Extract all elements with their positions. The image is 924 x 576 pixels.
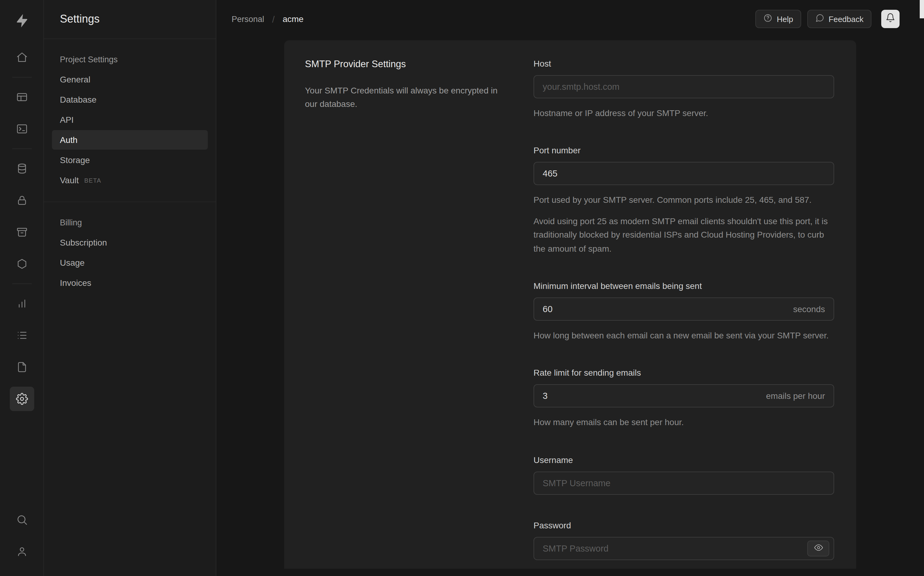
password-input[interactable] xyxy=(543,543,807,553)
logs-icon[interactable] xyxy=(10,323,34,347)
scrollbar-thumb[interactable] xyxy=(920,0,924,18)
feedback-button[interactable]: Feedback xyxy=(807,10,871,28)
rate-limit-field-group: Rate limit for sending emails emails per… xyxy=(533,368,834,429)
page-title: Settings xyxy=(60,13,99,26)
user-icon[interactable] xyxy=(10,539,34,564)
breadcrumb-org[interactable]: Personal xyxy=(232,14,264,24)
sidebar-item-general[interactable]: General xyxy=(52,70,208,89)
top-bar: Personal / acme Help Feedback xyxy=(216,0,924,38)
feedback-button-label: Feedback xyxy=(829,14,863,24)
sidebar-item-api[interactable]: API xyxy=(52,110,208,130)
rate-limit-label: Rate limit for sending emails xyxy=(533,368,834,378)
username-label: Username xyxy=(533,455,834,464)
billing-section: Billing Subscription Usage Invoices xyxy=(44,202,216,304)
search-icon[interactable] xyxy=(10,507,34,532)
database-icon[interactable] xyxy=(10,156,34,181)
section-intro: SMTP Provider Settings Your SMTP Credent… xyxy=(305,59,507,569)
scrollbar-track[interactable] xyxy=(920,0,924,576)
beta-badge: BETA xyxy=(84,177,101,184)
feedback-icon xyxy=(815,13,825,24)
sidebar-item-invoices[interactable]: Invoices xyxy=(52,273,208,293)
content-area: SMTP Provider Settings Your SMTP Credent… xyxy=(216,38,924,576)
min-interval-input[interactable] xyxy=(543,304,787,314)
username-input[interactable] xyxy=(543,478,825,488)
port-input-wrapper xyxy=(533,162,834,186)
breadcrumb-project[interactable]: acme xyxy=(283,14,303,24)
home-icon[interactable] xyxy=(10,45,34,70)
rail-divider xyxy=(12,149,32,149)
sidebar-item-database[interactable]: Database xyxy=(52,90,208,109)
breadcrumb-separator: / xyxy=(272,14,275,24)
host-label: Host xyxy=(533,59,834,69)
section-label-billing: Billing xyxy=(44,212,216,232)
port-field-group: Port number Port used by your SMTP serve… xyxy=(533,146,834,255)
section-description: Your SMTP Credentials will always be enc… xyxy=(305,84,507,111)
sidebar-header: Settings xyxy=(44,0,216,39)
port-input[interactable] xyxy=(543,169,825,179)
breadcrumb: Personal / acme xyxy=(232,14,303,24)
password-field-group: Password xyxy=(533,520,834,560)
sidebar-item-auth[interactable]: Auth xyxy=(52,130,208,150)
app-window: Settings Project Settings General Databa… xyxy=(0,0,924,576)
sidebar-item-storage[interactable]: Storage xyxy=(52,150,208,170)
icon-rail xyxy=(0,0,44,576)
sql-editor-icon[interactable] xyxy=(10,117,34,141)
smtp-form: Host Hostname or IP address of your SMTP… xyxy=(533,59,834,569)
main-area: Personal / acme Help Feedback xyxy=(216,0,924,576)
sidebar-item-label: Vault xyxy=(60,175,79,185)
notifications-button[interactable] xyxy=(881,10,900,28)
project-settings-section: Project Settings General Database API Au… xyxy=(44,39,216,202)
rail-bottom-group xyxy=(10,504,34,568)
settings-sidebar: Settings Project Settings General Databa… xyxy=(44,0,216,576)
help-icon xyxy=(763,13,772,24)
rail-divider xyxy=(12,283,32,284)
help-button-label: Help xyxy=(777,14,793,24)
port-label: Port number xyxy=(533,146,834,155)
smtp-settings-card: SMTP Provider Settings Your SMTP Credent… xyxy=(284,40,856,569)
min-interval-suffix: seconds xyxy=(787,304,825,314)
api-docs-icon[interactable] xyxy=(10,355,34,379)
password-label: Password xyxy=(533,520,834,530)
help-button[interactable]: Help xyxy=(755,10,801,28)
reports-icon[interactable] xyxy=(10,291,34,316)
min-interval-label: Minimum interval between emails being se… xyxy=(533,281,834,291)
min-interval-input-wrapper: seconds xyxy=(533,298,834,321)
bell-icon xyxy=(886,13,895,25)
min-interval-field-group: Minimum interval between emails being se… xyxy=(533,281,834,342)
host-input[interactable] xyxy=(543,82,825,92)
sidebar-item-vault[interactable]: Vault BETA xyxy=(52,170,208,190)
storage-icon[interactable] xyxy=(10,220,34,244)
host-field-group: Host Hostname or IP address of your SMTP… xyxy=(533,59,834,120)
section-title: SMTP Provider Settings xyxy=(305,59,507,70)
table-editor-icon[interactable] xyxy=(10,85,34,109)
project-settings-icon[interactable] xyxy=(10,387,34,411)
rate-limit-suffix: emails per hour xyxy=(760,391,825,401)
sidebar-item-usage[interactable]: Usage xyxy=(52,253,208,272)
username-field-group: Username xyxy=(533,455,834,494)
port-note-text: Avoid using port 25 as modern SMTP email… xyxy=(533,214,834,255)
username-input-wrapper xyxy=(533,471,834,494)
topbar-actions: Help Feedback xyxy=(755,10,900,28)
rail-divider xyxy=(12,77,32,78)
edge-functions-icon[interactable] xyxy=(10,252,34,276)
port-help-text: Port used by your SMTP server. Common po… xyxy=(533,193,834,207)
authentication-icon[interactable] xyxy=(10,188,34,213)
rate-limit-input-wrapper: emails per hour xyxy=(533,384,834,408)
sidebar-item-subscription[interactable]: Subscription xyxy=(52,233,208,252)
section-label-project-settings: Project Settings xyxy=(44,49,216,69)
host-input-wrapper xyxy=(533,75,834,98)
host-help-text: Hostname or IP address of your SMTP serv… xyxy=(533,106,834,120)
min-interval-help-text: How long between each email can a new em… xyxy=(533,329,834,342)
password-input-wrapper xyxy=(533,537,834,560)
rate-limit-input[interactable] xyxy=(543,391,760,401)
supabase-logo[interactable] xyxy=(0,0,43,42)
eye-icon xyxy=(814,543,823,554)
reveal-password-button[interactable] xyxy=(807,540,829,556)
rate-limit-help-text: How many emails can be sent per hour. xyxy=(533,416,834,429)
